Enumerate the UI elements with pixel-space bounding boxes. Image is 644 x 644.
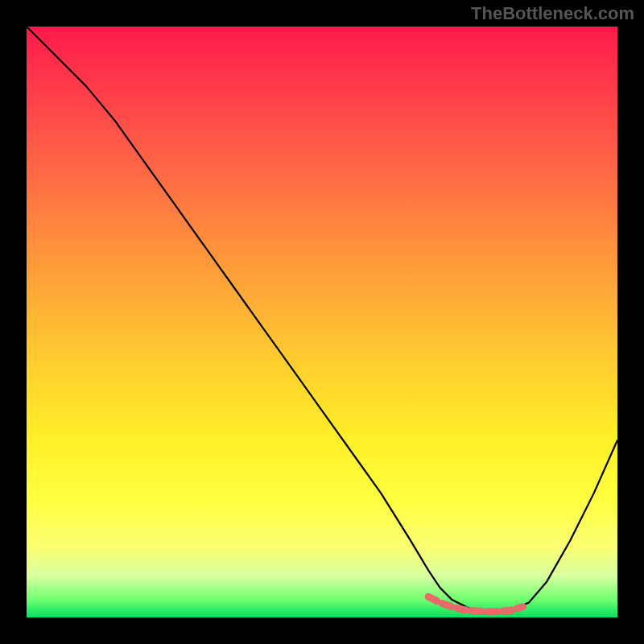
bottleneck-curve (27, 27, 617, 612)
chart-svg (27, 27, 617, 617)
attribution-text: TheBottleneck.com (471, 3, 634, 24)
plot-area (27, 27, 617, 617)
highlight-segment (428, 597, 523, 611)
